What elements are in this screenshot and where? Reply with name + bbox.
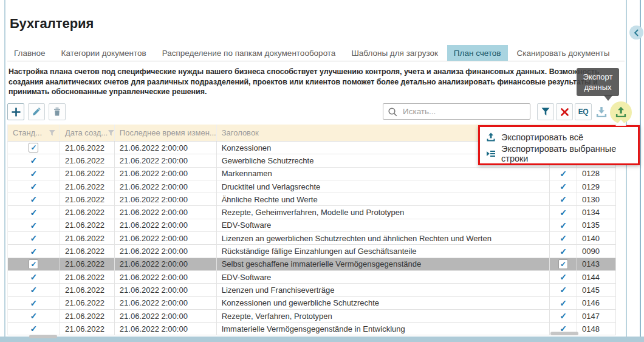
created-date-cell[interactable]: 21.06.2022 xyxy=(60,297,115,310)
table-row[interactable]: ✓21.06.202221.06.2022 2:00:00Markennamen… xyxy=(7,168,616,180)
export-menu-item-2[interactable]: Экспортировать выбранные строки xyxy=(480,145,638,162)
table-row[interactable]: ✓21.06.202221.06.2022 2:00:00Immateriell… xyxy=(7,323,616,335)
search-box[interactable] xyxy=(383,103,530,120)
code-cell[interactable]: 0130 xyxy=(577,193,616,206)
title-cell[interactable]: Lizenzen und Franchiseverträge xyxy=(217,284,550,296)
created-date-cell[interactable]: 21.06.2022 xyxy=(60,206,115,219)
title-cell[interactable]: Drucktitel und Verlagsrechte xyxy=(217,180,550,193)
title-cell[interactable]: Lizenzen an gewerblichen Schutzrechten u… xyxy=(217,232,550,245)
checked-cell[interactable]: ✓ xyxy=(550,193,577,206)
checked-cell[interactable]: ✓ xyxy=(550,284,577,296)
bottom-scrollbar-track[interactable] xyxy=(0,337,644,342)
title-cell[interactable]: Ähnliche Rechte und Werte xyxy=(217,193,550,206)
checked-cell[interactable]: ✓ xyxy=(550,232,577,245)
tab-5[interactable]: План счетов xyxy=(447,45,508,61)
column-header-3[interactable]: Последнее время измен... xyxy=(115,125,217,141)
checked-cell[interactable]: ✓ xyxy=(550,271,577,284)
title-cell[interactable]: Konzessionen und gewerbliche Schutzrecht… xyxy=(217,297,550,310)
tab-6[interactable]: Сканировать документы xyxy=(510,45,617,61)
code-cell[interactable]: 0144 xyxy=(577,271,616,284)
standard-cell[interactable]: ✓ xyxy=(8,310,60,323)
checked-cell[interactable]: ✓ xyxy=(550,258,577,271)
filter-icon[interactable] xyxy=(49,129,56,137)
code-cell[interactable]: 0148 xyxy=(577,323,616,335)
checked-cell[interactable]: ✓ xyxy=(550,168,577,180)
checked-cell[interactable]: ✓ xyxy=(550,297,577,310)
standard-cell[interactable]: ✓ xyxy=(8,219,60,232)
add-row-button[interactable] xyxy=(7,103,24,120)
created-date-cell[interactable]: 21.06.2022 xyxy=(60,271,115,284)
modified-date-cell[interactable]: 21.06.2022 2:00:00 xyxy=(115,258,217,271)
checkbox[interactable]: ✓ xyxy=(29,259,38,269)
delete-row-button[interactable] xyxy=(49,103,66,120)
modified-date-cell[interactable]: 21.06.2022 2:00:00 xyxy=(115,297,217,310)
title-cell[interactable]: Rezepte, Verfahren, Prototypen xyxy=(217,310,550,323)
tab-2[interactable]: Категории документов xyxy=(55,45,153,61)
import-button[interactable] xyxy=(595,106,608,119)
column-header-2[interactable]: Дата созд... xyxy=(60,125,115,141)
code-cell[interactable]: 0135 xyxy=(577,219,616,232)
table-row[interactable]: ✓21.06.202221.06.2022 2:00:00Rezepte, Ve… xyxy=(7,310,616,323)
modified-date-cell[interactable]: 21.06.2022 2:00:00 xyxy=(115,232,217,245)
standard-cell[interactable]: ✓ xyxy=(8,168,60,180)
standard-cell[interactable]: ✓ xyxy=(8,284,60,296)
modified-date-cell[interactable]: 21.06.2022 2:00:00 xyxy=(115,271,217,284)
title-cell[interactable]: Rückständige fällige Einzahlungen auf Ge… xyxy=(217,245,550,258)
code-cell[interactable]: 0140 xyxy=(577,232,616,245)
modified-date-cell[interactable]: 21.06.2022 2:00:00 xyxy=(115,180,217,193)
created-date-cell[interactable]: 21.06.2022 xyxy=(60,180,115,193)
standard-cell[interactable]: ✓ xyxy=(8,180,60,193)
clear-filter-button[interactable] xyxy=(556,103,573,120)
created-date-cell[interactable]: 21.06.2022 xyxy=(60,284,115,296)
modified-date-cell[interactable]: 21.06.2022 2:00:00 xyxy=(115,142,217,154)
export-button[interactable] xyxy=(614,106,628,119)
standard-cell[interactable]: ✓ xyxy=(8,232,60,245)
search-input[interactable] xyxy=(383,104,530,119)
title-cell[interactable]: EDV-Software xyxy=(217,219,550,232)
standard-cell[interactable]: ✓ xyxy=(8,245,60,258)
checked-cell[interactable]: ✓ xyxy=(550,310,577,323)
code-cell[interactable]: 0145 xyxy=(577,284,616,296)
title-cell[interactable]: EDV-Software xyxy=(217,271,550,284)
checked-cell[interactable]: ✓ xyxy=(550,206,577,219)
created-date-cell[interactable]: 21.06.2022 xyxy=(60,232,115,245)
filter-builder-button[interactable]: EQ xyxy=(575,103,592,120)
tab-1[interactable]: Главное xyxy=(7,45,52,61)
modified-date-cell[interactable]: 21.06.2022 2:00:00 xyxy=(115,193,217,206)
title-cell[interactable]: Rezepte, Geheimverfahren, Modelle und Pr… xyxy=(217,206,550,219)
created-date-cell[interactable]: 21.06.2022 xyxy=(60,219,115,232)
table-row[interactable]: ✓21.06.202221.06.2022 2:00:00Ähnliche Re… xyxy=(7,193,616,206)
standard-cell[interactable]: ✓ xyxy=(8,154,60,167)
table-row[interactable]: ✓21.06.202221.06.2022 2:00:00Rückständig… xyxy=(7,245,616,258)
tab-4[interactable]: Шаблоны для загрузок xyxy=(344,45,444,61)
standard-cell[interactable]: ✓ xyxy=(8,193,60,206)
created-date-cell[interactable]: 21.06.2022 xyxy=(60,142,115,154)
table-row[interactable]: ✓21.06.202221.06.2022 2:00:00EDV-Softwar… xyxy=(7,219,616,232)
title-cell[interactable]: Markennamen xyxy=(217,168,550,180)
checked-cell[interactable]: ✓ xyxy=(550,180,577,193)
created-date-cell[interactable]: 21.06.2022 xyxy=(60,258,115,271)
table-row[interactable]: ✓21.06.202221.06.2022 2:00:00Lizenzen un… xyxy=(7,284,616,296)
modified-date-cell[interactable]: 21.06.2022 2:00:00 xyxy=(115,284,217,296)
standard-cell[interactable]: ✓ xyxy=(8,206,60,219)
modified-date-cell[interactable]: 21.06.2022 2:00:00 xyxy=(115,323,217,335)
created-date-cell[interactable]: 21.06.2022 xyxy=(60,310,115,323)
standard-cell[interactable]: ✓ xyxy=(8,323,60,335)
checkbox[interactable]: ✓ xyxy=(558,259,568,269)
checked-cell[interactable]: ✓ xyxy=(550,219,577,232)
created-date-cell[interactable]: 21.06.2022 xyxy=(60,323,115,335)
modified-date-cell[interactable]: 21.06.2022 2:00:00 xyxy=(115,219,217,232)
modified-date-cell[interactable]: 21.06.2022 2:00:00 xyxy=(115,310,217,323)
code-cell[interactable]: 0129 xyxy=(577,180,616,193)
horizontal-scrollbar-thumb[interactable] xyxy=(550,332,578,335)
code-cell[interactable]: 0134 xyxy=(577,206,616,219)
table-row[interactable]: ✓21.06.202221.06.2022 2:00:00Konzessione… xyxy=(7,297,616,310)
table-row[interactable]: ✓21.06.202221.06.2022 2:00:00Rezepte, Ge… xyxy=(7,206,616,219)
title-cell[interactable]: Immaterielle Vermögensgegenstände in Ent… xyxy=(217,323,550,335)
standard-cell[interactable]: ✓ xyxy=(8,258,60,271)
standard-cell[interactable]: ✓ xyxy=(8,271,60,284)
code-cell[interactable]: 0143 xyxy=(577,258,616,271)
checkbox[interactable]: ✓ xyxy=(29,143,38,152)
modified-date-cell[interactable]: 21.06.2022 2:00:00 xyxy=(115,168,217,180)
code-cell[interactable]: 0147 xyxy=(577,310,616,323)
